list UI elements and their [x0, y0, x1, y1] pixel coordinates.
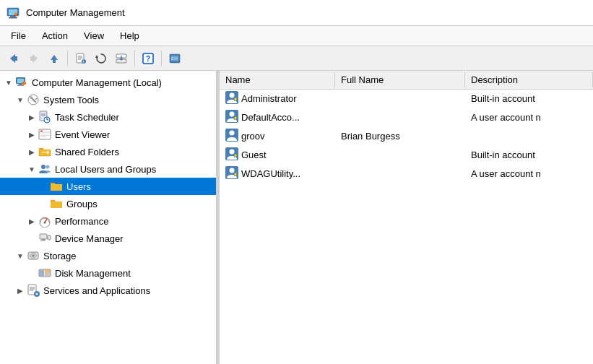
col-header-fullname[interactable]: Full Name [335, 72, 465, 87]
properties-button[interactable]: i [72, 49, 90, 68]
svg-point-36 [30, 96, 33, 99]
table-row[interactable]: groov Brian Burgess [220, 127, 593, 146]
tree-label-computer-local: Computer Management (Local) [32, 77, 162, 88]
toolbar-sep-1 [67, 51, 68, 66]
disk-management-icon [38, 266, 52, 280]
back-button[interactable] [4, 49, 23, 68]
tree-label-task-scheduler: Task Scheduler [55, 112, 119, 123]
user-icon-groov [225, 129, 238, 144]
menu-bar: File Action View Help [0, 26, 593, 46]
svg-point-54 [46, 165, 50, 169]
svg-point-64 [33, 255, 35, 257]
tree-label-services-apps: Services and Applications [43, 285, 150, 296]
tree-item-system-tools[interactable]: ▼ System Tools [0, 91, 216, 108]
local-users-groups-icon [38, 162, 52, 176]
export-button[interactable] [112, 49, 131, 68]
tree-item-groups[interactable]: ▶ Groups [0, 195, 216, 212]
expand-arrow-storage[interactable]: ▼ [14, 250, 26, 261]
tree-item-task-scheduler[interactable]: ▶ Task Scheduler [0, 108, 216, 126]
tree-label-shared-folders: Shared Folders [55, 147, 119, 157]
expand-arrow-task-scheduler[interactable]: ▶ [26, 111, 38, 123]
menu-help[interactable]: Help [112, 28, 147, 43]
task-scheduler-icon [38, 110, 52, 124]
up-button[interactable] [45, 49, 64, 68]
table-row[interactable]: DefaultAcco... A user account n [220, 108, 593, 127]
menu-view[interactable]: View [76, 28, 112, 43]
svg-rect-47 [40, 134, 49, 134]
table-row[interactable]: Administrator Built-in account [220, 90, 593, 108]
tree-item-performance[interactable]: ▶ Performance [0, 212, 216, 230]
computer-local-icon: ! [14, 75, 29, 90]
menu-file[interactable]: File [3, 28, 34, 43]
tree-label-event-viewer: Event Viewer [55, 129, 110, 140]
refresh-button[interactable] [92, 49, 111, 68]
expand-arrow-local-users-groups[interactable]: ▼ [26, 163, 38, 175]
expand-arrow-shared-folders[interactable]: ▶ [26, 146, 38, 157]
tree-item-event-viewer[interactable]: ▶ Event Viewer [0, 126, 216, 143]
tree-item-computer-local[interactable]: ▼ ! Computer Management (Local) [0, 74, 216, 91]
cell-desc-guest: Built-in account [465, 148, 593, 162]
col-header-description[interactable]: Description [465, 72, 593, 87]
tree-panel: ▼ ! Computer Management (Local) ▼ [0, 71, 217, 364]
expand-arrow-computer-local[interactable]: ▼ [3, 77, 14, 88]
expand-arrow-event-viewer[interactable]: ▶ [26, 129, 38, 140]
svg-point-53 [41, 165, 46, 169]
svg-point-76 [230, 93, 235, 98]
tree-item-users[interactable]: ▶ Users [0, 178, 216, 195]
toolbar: i ? C:\> [0, 46, 593, 71]
shared-folders-icon [38, 144, 52, 159]
tree-item-local-users-groups[interactable]: ▼ Local Users and Groups [0, 160, 216, 178]
row-name-defaultaccount: DefaultAcco... [241, 112, 300, 123]
table-row[interactable]: WDAGUtility... A user account n [220, 165, 593, 183]
tree-item-services-apps[interactable]: ▶ Services and Applications [0, 282, 216, 299]
svg-rect-91 [235, 156, 236, 157]
export-icon [116, 53, 127, 64]
svg-marker-18 [95, 55, 98, 58]
tree-item-disk-management[interactable]: ▶ Disk Management [0, 264, 216, 282]
tree-item-device-manager[interactable]: ▶ Device Manager [0, 230, 216, 247]
tree-item-storage[interactable]: ▼ Storage [0, 247, 216, 264]
cell-desc-wdagutility: A user account n [465, 167, 593, 181]
user-icon-guest [225, 147, 238, 162]
tree-item-shared-folders[interactable]: ▶ Shared Folders [0, 143, 216, 160]
expand-arrow-services-apps[interactable]: ▶ [14, 285, 26, 296]
user-icon-defaultaccount [225, 110, 238, 125]
console-button[interactable]: C:\> [165, 49, 184, 68]
svg-rect-11 [53, 59, 56, 63]
help-button[interactable]: ? [139, 49, 157, 68]
col-header-name[interactable]: Name [220, 72, 335, 87]
row-name-administrator: Administrator [241, 93, 297, 104]
svg-marker-6 [10, 54, 15, 63]
cell-fullname-administrator [335, 98, 465, 100]
svg-rect-59 [42, 239, 45, 240]
device-manager-icon [38, 231, 52, 246]
table-row[interactable]: Guest Built-in account [220, 146, 593, 165]
svg-rect-58 [40, 234, 47, 239]
svg-rect-96 [235, 175, 236, 176]
forward-button[interactable] [25, 49, 43, 68]
svg-rect-84 [235, 118, 236, 120]
svg-rect-69 [45, 273, 50, 276]
svg-rect-30 [19, 84, 22, 85]
expand-arrow-performance[interactable]: ▶ [26, 215, 38, 227]
expand-arrow-system-tools[interactable]: ▼ [14, 94, 26, 105]
forward-icon [28, 53, 40, 64]
tree-label-local-users-groups: Local Users and Groups [55, 164, 156, 175]
performance-icon [38, 214, 52, 228]
toolbar-sep-3 [161, 51, 162, 66]
svg-point-57 [44, 222, 46, 224]
svg-rect-60 [40, 240, 46, 241]
svg-rect-48 [40, 135, 49, 136]
cell-desc-administrator: Built-in account [465, 92, 593, 105]
svg-rect-9 [30, 56, 33, 61]
svg-text:!: ! [16, 12, 17, 15]
tree-label-storage: Storage [43, 251, 77, 261]
menu-action[interactable]: Action [34, 28, 76, 43]
svg-rect-79 [235, 100, 236, 101]
svg-point-86 [230, 131, 235, 136]
svg-rect-31 [17, 85, 24, 86]
cell-fullname-guest [335, 154, 465, 157]
row-name-guest: Guest [241, 150, 267, 160]
svg-line-37 [35, 98, 37, 100]
system-tools-icon [26, 92, 40, 107]
